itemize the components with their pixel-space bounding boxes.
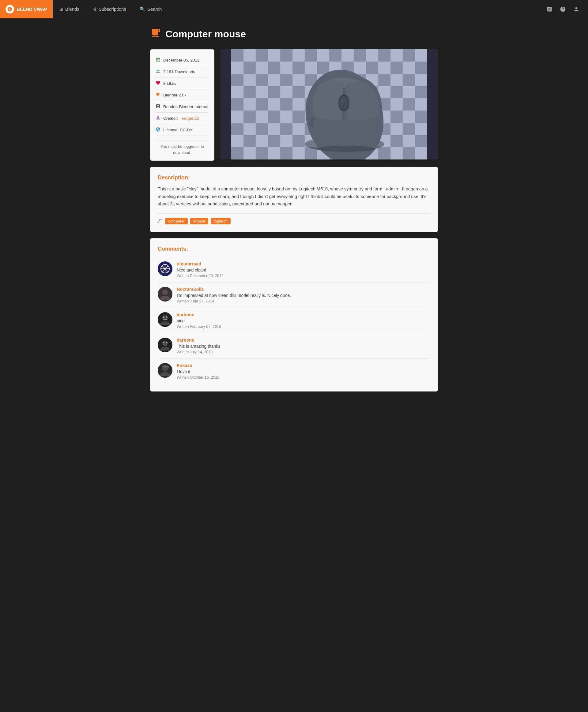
comment-body: darbone nice Written February 07, 2019 (177, 312, 430, 329)
sidebar-render-row: Render: Blender Internal (155, 101, 209, 113)
comment-date: Written October 16, 2019 (177, 375, 430, 380)
sidebar-license: License: CC-BY (163, 128, 193, 132)
sidebar-blender-row: Blender 2.6x (155, 89, 209, 101)
tags-row: 🏷 computer Mouse logitech (158, 213, 430, 224)
license-icon (155, 127, 161, 133)
blends-icon: ⊞ (59, 6, 63, 12)
comment-username[interactable]: ulquiorraad (177, 261, 430, 266)
comment-item: darbone nice Written February 07, 2019 (158, 308, 430, 333)
nav-search[interactable]: 🔍 Search (133, 0, 169, 18)
comment-text: Nice and clean! (177, 267, 430, 273)
svg-point-10 (340, 100, 344, 102)
brand-icon (5, 5, 14, 14)
comment-username[interactable]: darbone (177, 312, 430, 317)
description-title: Description: (158, 174, 430, 181)
sidebar-creator-row: Creator: neogen22 (155, 113, 209, 124)
main-layout: December 05, 2012 2,181 Downloads 8 Like… (150, 49, 438, 161)
subscriptions-icon: ♛ (93, 6, 97, 12)
calendar-icon (155, 57, 161, 63)
brand-logo[interactable]: BLEND SWAP (0, 0, 53, 18)
sidebar-render: Render: Blender Internal (163, 104, 208, 109)
comments-title: Comments: (158, 246, 430, 252)
tag-computer[interactable]: computer (165, 218, 188, 224)
sidebar-downloads: 2,181 Downloads (163, 69, 195, 74)
comment-body: ulquiorraad Nice and clean! Written Dece… (177, 261, 430, 278)
avatar (158, 261, 172, 276)
comment-username[interactable]: Kakazu (177, 363, 430, 368)
preview-image (220, 49, 438, 159)
tag-logitech[interactable]: logitech (211, 218, 231, 224)
creator-icon (155, 115, 161, 121)
avatar (158, 363, 172, 378)
page-title-icon (150, 27, 161, 41)
svg-point-28 (166, 342, 168, 343)
downloads-icon (155, 69, 161, 75)
nav-right-actions (544, 4, 588, 15)
comment-body: darbone This is amazing thanks Written J… (177, 338, 430, 354)
comment-text: nice (177, 318, 430, 323)
avatar (158, 287, 172, 302)
page-title: Computer mouse (165, 28, 246, 40)
sidebar-likes-row: 8 Likes (155, 78, 209, 89)
comment-username[interactable]: darbone (177, 338, 430, 343)
brand-name: BLEND SWAP (17, 6, 47, 12)
sidebar-date-row: December 05, 2012 (155, 55, 209, 66)
comment-text: I'm impressed at how clean this model re… (177, 293, 430, 298)
comment-text: This is amazing thanks (177, 344, 430, 349)
avatar (158, 338, 172, 352)
comment-text: I love it (177, 369, 430, 374)
comment-username[interactable]: NoctumSolis (177, 287, 430, 292)
sidebar-creator-label: Creator: (163, 116, 178, 121)
nav-blog-button[interactable] (544, 4, 555, 15)
sidebar-date: December 05, 2012 (163, 58, 200, 62)
sidebar-login-note: You must be logged in to download. (155, 140, 209, 155)
comment-item: Kakazu I love it Written October 16, 201… (158, 359, 430, 384)
page-content: Computer mouse December 05, 2012 2,181 D… (144, 18, 444, 401)
search-nav-icon: 🔍 (140, 6, 145, 12)
avatar (158, 312, 172, 327)
navigation: BLEND SWAP ⊞ Blends ♛ Subscriptions 🔍 Se… (0, 0, 588, 18)
sidebar-downloads-row: 2,181 Downloads (155, 66, 209, 78)
render-icon (155, 104, 161, 110)
comment-item: NoctumSolis I'm impressed at how clean t… (158, 283, 430, 308)
sidebar-license-row: License: CC-BY (155, 124, 209, 136)
sidebar-blender: Blender 2.6x (163, 93, 187, 98)
sidebar-likes: 8 Likes (163, 81, 176, 86)
svg-point-20 (162, 289, 168, 295)
comment-date: Written June 27, 2014 (177, 299, 430, 303)
svg-point-24 (166, 316, 168, 318)
svg-point-11 (317, 146, 375, 152)
blender-icon (155, 92, 161, 98)
comment-item: ulquiorraad Nice and clean! Written Dece… (158, 257, 430, 283)
page-title-row: Computer mouse (150, 27, 438, 41)
comment-date: Written December 29, 2012 (177, 274, 430, 278)
svg-point-23 (163, 316, 165, 318)
comment-item: darbone This is amazing thanks Written J… (158, 333, 430, 359)
nav-help-button[interactable] (558, 4, 568, 15)
nav-links: ⊞ Blends ♛ Subscriptions 🔍 Search (53, 0, 544, 18)
comments-card: Comments: ulquiorraad Nice and clean! (150, 238, 438, 391)
comment-date: Written February 07, 2019 (177, 324, 430, 329)
comment-body: Kakazu I love it Written October 16, 201… (177, 363, 430, 380)
description-card: Description: This is a basic "clay" mode… (150, 167, 438, 232)
tag-mouse[interactable]: Mouse (190, 218, 208, 224)
nav-blends[interactable]: ⊞ Blends (53, 0, 86, 18)
comment-body: NoctumSolis I'm impressed at how clean t… (177, 287, 430, 303)
sidebar: December 05, 2012 2,181 Downloads 8 Like… (150, 49, 214, 161)
nav-user-button[interactable] (571, 4, 582, 15)
heart-icon (155, 81, 161, 86)
comment-date: Written July 14, 2019 (177, 350, 430, 354)
creator-link[interactable]: neogen22 (181, 116, 199, 121)
description-body: This is a basic "clay" model of a comput… (158, 185, 430, 208)
tag-icon: 🏷 (158, 218, 163, 224)
nav-subscriptions[interactable]: ♛ Subscriptions (86, 0, 133, 18)
svg-point-27 (163, 342, 165, 343)
